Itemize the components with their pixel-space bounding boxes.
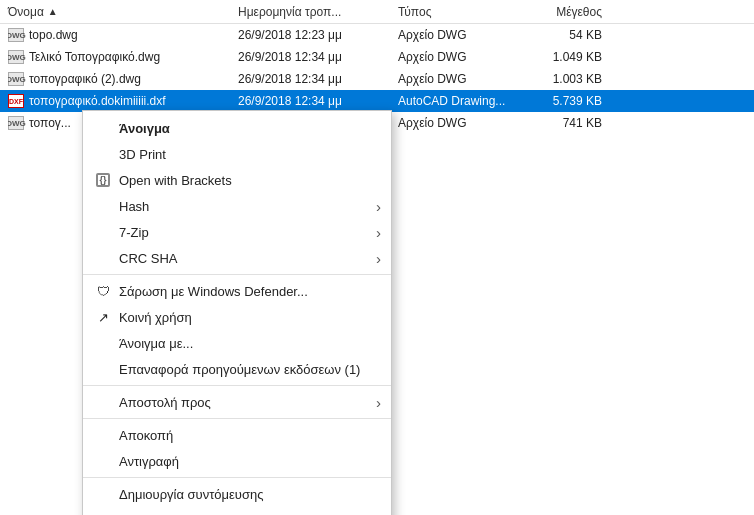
menu-item-label: 3D Print	[119, 147, 166, 162]
menu-item-3dprint[interactable]: 3D Print	[83, 141, 391, 167]
menu-item-label: Κοινή χρήση	[119, 310, 192, 325]
file-row[interactable]: DWG Τελικό Τοπογραφικό.dwg 26/9/2018 12:…	[0, 46, 754, 68]
col-header-name[interactable]: Όνομα ▲	[8, 5, 238, 19]
menu-item-hash[interactable]: Hash	[83, 193, 391, 219]
menu-item-label: Αντιγραφή	[119, 454, 179, 469]
menu-item-crcsha[interactable]: CRC SHA	[83, 245, 391, 271]
file-type-cell: Αρχείο DWG	[398, 72, 538, 86]
file-size-cell: 1.049 KB	[538, 50, 618, 64]
menu-item-cut[interactable]: Αποκοπή	[83, 422, 391, 448]
menu-item-openwith[interactable]: Άνοιγμα με...	[83, 330, 391, 356]
file-size-cell: 1.003 KB	[538, 72, 618, 86]
menu-item-restore[interactable]: Επαναφορά προηγούμενων εκδόσεων (1)	[83, 356, 391, 382]
dwg-icon: DWG	[8, 28, 24, 42]
menu-item-copy[interactable]: Αντιγραφή	[83, 448, 391, 474]
menu-item-delete[interactable]: Διαγραφή	[83, 507, 391, 515]
menu-item-label: Άνοιγμα	[119, 121, 170, 136]
menu-item-sendto[interactable]: Αποστολή προς	[83, 389, 391, 415]
menu-separator	[83, 477, 391, 478]
menu-item-label: Αποστολή προς	[119, 395, 211, 410]
menu-separator	[83, 418, 391, 419]
menu-item-label: 7-Zip	[119, 225, 149, 240]
menu-item-defender[interactable]: 🛡Σάρωση με Windows Defender...	[83, 278, 391, 304]
sort-arrow-icon: ▲	[48, 6, 58, 17]
file-date-cell: 26/9/2018 12:23 μμ	[238, 28, 398, 42]
menu-item-label: Άνοιγμα με...	[119, 336, 193, 351]
col-header-type[interactable]: Τύπος	[398, 5, 538, 19]
col-header-date[interactable]: Ημερομηνία τροπ...	[238, 5, 398, 19]
menu-item-label: Αποκοπή	[119, 428, 173, 443]
file-size-cell: 54 KB	[538, 28, 618, 42]
menu-separator	[83, 274, 391, 275]
file-name-label: τοπογραφικό (2).dwg	[29, 72, 141, 86]
file-type-cell: Αρχείο DWG	[398, 28, 538, 42]
file-name-cell: DWG topo.dwg	[8, 28, 238, 42]
context-menu: Άνοιγμα3D Print{}Open with BracketsHash7…	[82, 110, 392, 515]
menu-item-7zip[interactable]: 7-Zip	[83, 219, 391, 245]
menu-separator	[83, 385, 391, 386]
menu-item-label: Hash	[119, 199, 149, 214]
file-type-cell: AutoCAD Drawing...	[398, 94, 538, 108]
file-name-cell: DXF τοπογραφικό.dokimiiiii.dxf	[8, 94, 238, 108]
file-size-cell: 741 KB	[538, 116, 618, 130]
file-size-cell: 5.739 KB	[538, 94, 618, 108]
menu-item-label: Open with Brackets	[119, 173, 232, 188]
menu-item-label: Δημιουργία συντόμευσης	[119, 487, 263, 502]
explorer-window: Όνομα ▲ Ημερομηνία τροπ... Τύπος Μέγεθος…	[0, 0, 754, 515]
menu-item-label: CRC SHA	[119, 251, 178, 266]
file-date-cell: 26/9/2018 12:34 μμ	[238, 94, 398, 108]
share-icon: ↗	[93, 307, 113, 327]
dwg-icon: DWG	[8, 116, 24, 130]
file-name-label: Τελικό Τοπογραφικό.dwg	[29, 50, 160, 64]
col-name-label: Όνομα	[8, 5, 44, 19]
dwg-icon: DWG	[8, 50, 24, 64]
menu-item-open[interactable]: Άνοιγμα	[83, 115, 391, 141]
shield-icon: 🛡	[93, 281, 113, 301]
file-name-label: τοπογ...	[29, 116, 71, 130]
col-header-size[interactable]: Μέγεθος	[538, 5, 618, 19]
dwg-icon: DWG	[8, 72, 24, 86]
file-name-label: topo.dwg	[29, 28, 78, 42]
menu-item-share[interactable]: ↗Κοινή χρήση	[83, 304, 391, 330]
column-headers: Όνομα ▲ Ημερομηνία τροπ... Τύπος Μέγεθος	[0, 0, 754, 24]
file-row[interactable]: DWG τοπογραφικό (2).dwg 26/9/2018 12:34 …	[0, 68, 754, 90]
file-name-cell: DWG τοπογραφικό (2).dwg	[8, 72, 238, 86]
menu-item-shortcut[interactable]: Δημιουργία συντόμευσης	[83, 481, 391, 507]
file-row[interactable]: DWG topo.dwg 26/9/2018 12:23 μμ Αρχείο D…	[0, 24, 754, 46]
file-name-label: τοπογραφικό.dokimiiiii.dxf	[29, 94, 166, 108]
file-date-cell: 26/9/2018 12:34 μμ	[238, 72, 398, 86]
dxf-icon: DXF	[8, 94, 24, 108]
file-date-cell: 26/9/2018 12:34 μμ	[238, 50, 398, 64]
file-row[interactable]: DXF τοπογραφικό.dokimiiiii.dxf 26/9/2018…	[0, 90, 754, 112]
menu-item-open-brackets[interactable]: {}Open with Brackets	[83, 167, 391, 193]
menu-item-label: Σάρωση με Windows Defender...	[119, 284, 308, 299]
menu-item-label: Επαναφορά προηγούμενων εκδόσεων (1)	[119, 362, 360, 377]
file-type-cell: Αρχείο DWG	[398, 116, 538, 130]
file-name-cell: DWG Τελικό Τοπογραφικό.dwg	[8, 50, 238, 64]
brackets-icon: {}	[93, 170, 113, 190]
file-type-cell: Αρχείο DWG	[398, 50, 538, 64]
